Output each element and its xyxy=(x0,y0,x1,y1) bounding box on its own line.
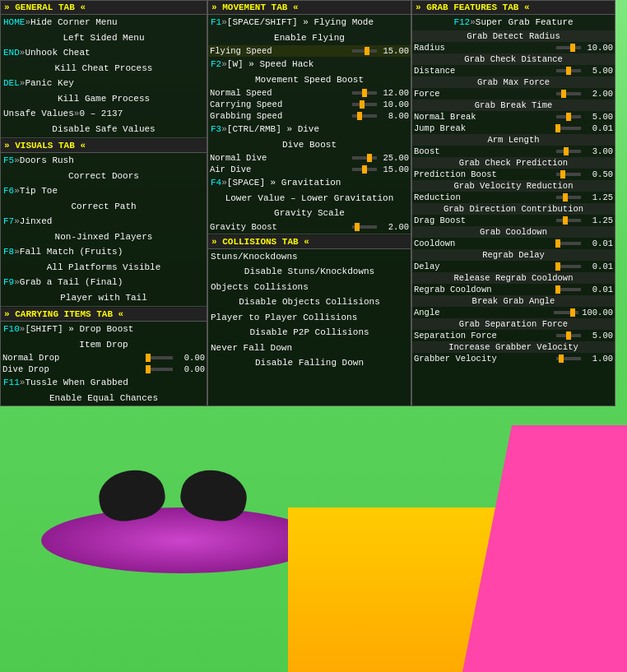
dive-drop-row[interactable]: Dive Drop 0.00 xyxy=(1,364,207,375)
gravity-boost-row[interactable]: Gravity Boost 2.00 xyxy=(208,221,411,233)
f6-row[interactable]: F6 » Tip Toe xyxy=(1,183,207,199)
gravity-boost-slider[interactable] xyxy=(352,225,377,229)
equal-chances-row[interactable]: Enable Equal Chances xyxy=(1,391,207,406)
prediction-boost-value: 0.50 xyxy=(584,169,613,179)
disable-falling-row[interactable]: Disable Falling Down xyxy=(208,355,411,371)
distance-row[interactable]: Distance 5.00 xyxy=(412,65,615,76)
item-drop-row[interactable]: Item Drop xyxy=(1,337,207,353)
regrab-cooldown-slider[interactable] xyxy=(556,288,581,291)
carrying-speed-slider[interactable] xyxy=(352,103,377,106)
disable-safe-row[interactable]: Disable Safe Values xyxy=(1,122,207,137)
air-dive-slider[interactable] xyxy=(352,168,377,171)
cooldown-value: 0.01 xyxy=(584,239,613,248)
dive-boost-row[interactable]: Dive Boost xyxy=(208,137,411,153)
f5-row[interactable]: F5 » Doors Rush xyxy=(1,153,207,169)
speed-boost-label: Movement Speed Boost xyxy=(255,73,364,87)
movement-header: » MOVEMENT TAB « xyxy=(208,1,411,15)
f11-row[interactable]: F11 » Tussle When Grabbed xyxy=(1,375,207,391)
grabbing-speed-row[interactable]: Grabbing Speed 8.00 xyxy=(208,110,411,122)
drag-boost-row[interactable]: Drag Boost 1.25 xyxy=(412,215,615,226)
enable-flying-row[interactable]: Enable Flying xyxy=(208,30,411,46)
angle-slider[interactable] xyxy=(554,311,578,314)
grabbing-speed-slider[interactable] xyxy=(352,114,377,118)
force-row[interactable]: Force 2.00 xyxy=(412,88,615,100)
normal-break-row[interactable]: Normal Break 5.00 xyxy=(412,111,615,123)
normal-break-slider[interactable] xyxy=(556,115,581,118)
boost-slider[interactable] xyxy=(556,150,581,153)
non-jinxed-row[interactable]: Non-Jinxed Players xyxy=(1,229,207,245)
boost-row[interactable]: Boost 3.00 xyxy=(412,146,615,157)
kill-game-label: Kill Game Process xyxy=(58,92,150,106)
correct-path-row[interactable]: Correct Path xyxy=(1,199,207,215)
normal-dive-label: Normal Dive xyxy=(210,153,349,163)
prediction-boost-row[interactable]: Prediction Boost 0.50 xyxy=(412,169,615,180)
jump-break-slider[interactable] xyxy=(556,127,581,130)
cooldown-slider[interactable] xyxy=(556,242,581,245)
separation-force-row[interactable]: Separation Force 5.00 xyxy=(412,330,615,341)
separation-force-slider[interactable] xyxy=(556,334,581,337)
f2-key: F2 xyxy=(211,58,221,72)
flying-speed-slider[interactable] xyxy=(352,49,377,53)
drag-boost-slider[interactable] xyxy=(556,219,581,222)
reduction-slider[interactable] xyxy=(556,196,581,199)
jump-break-row[interactable]: Jump Break 0.01 xyxy=(412,123,615,134)
normal-drop-row[interactable]: Normal Drop 0.00 xyxy=(1,352,207,364)
grab-max-force-section: Grab Max Force xyxy=(412,76,615,88)
end-row[interactable]: END » Unhook Cheat xyxy=(1,45,207,61)
normal-dive-slider[interactable] xyxy=(352,156,377,160)
prediction-boost-slider[interactable] xyxy=(556,173,581,176)
carrying-speed-row[interactable]: Carrying Speed 10.00 xyxy=(208,99,411,110)
grabber-velocity-row[interactable]: Grabber Velocity 1.00 xyxy=(412,353,615,364)
f10-row[interactable]: F10 » [SHIFT] » Drop Boost xyxy=(1,322,207,337)
hide-corner-menu-label: Hide Corner Menu xyxy=(30,16,118,30)
unsafe-values-range: 0 – 2137 xyxy=(79,107,123,121)
normal-speed-row[interactable]: Normal Speed 12.00 xyxy=(208,87,411,99)
distance-slider[interactable] xyxy=(556,69,581,72)
home-row[interactable]: HOME » Hide Corner Menu xyxy=(1,15,207,30)
f9-row[interactable]: F9 » Grab a Tail (Final) xyxy=(1,275,207,290)
disable-p2p-row[interactable]: Disable P2P Collisions xyxy=(208,325,411,341)
correct-doors-row[interactable]: Correct Doors xyxy=(1,169,207,184)
normal-speed-label: Normal Speed xyxy=(210,88,349,98)
disable-stuns-label: Disable Stuns/Knockdowns xyxy=(244,265,374,279)
normal-drop-slider[interactable] xyxy=(148,356,173,359)
regrab-cooldown-row[interactable]: Regrab Cooldown 0.01 xyxy=(412,284,615,295)
flying-speed-row[interactable]: Flying Speed 15.00 xyxy=(208,45,411,57)
gravity-scale-row[interactable]: Gravity Scale xyxy=(208,206,411,221)
kill-game-row[interactable]: Kill Game Process xyxy=(1,91,207,107)
speed-boost-row[interactable]: Movement Speed Boost xyxy=(208,72,411,88)
disable-objects-row[interactable]: Disable Objects Collisions xyxy=(208,294,411,310)
normal-speed-slider[interactable] xyxy=(352,91,377,95)
equal-chances-label: Enable Equal Chances xyxy=(49,392,158,406)
normal-dive-row[interactable]: Normal Dive 25.00 xyxy=(208,152,411,164)
unsafe-values-row[interactable]: Unsafe Values » 0 – 2137 xyxy=(1,106,207,122)
angle-row[interactable]: Angle 100.00 xyxy=(412,307,615,318)
f4-row[interactable]: F4 » [SPACE] » Gravitation xyxy=(208,175,411,191)
air-dive-label: Air Dive xyxy=(210,165,349,174)
radius-row[interactable]: Radius 10.00 xyxy=(412,42,615,53)
collisions-header: » COLLISIONS TAB « xyxy=(208,235,411,249)
delay-row[interactable]: Delay 0.01 xyxy=(412,261,615,272)
f2-row[interactable]: F2 » [W] » Speed Hack xyxy=(208,57,411,72)
cooldown-row[interactable]: Cooldown 0.01 xyxy=(412,238,615,249)
reduction-row[interactable]: Reduction 1.25 xyxy=(412,192,615,203)
f8-row[interactable]: F8 » Fall Match (Fruits) xyxy=(1,244,207,260)
left-sided-menu-row[interactable]: Left Sided Menu xyxy=(1,30,207,46)
all-platforms-row[interactable]: All Platforms Visible xyxy=(1,260,207,276)
f1-row[interactable]: F1 » [SPACE/SHIFT] » Flying Mode xyxy=(208,15,411,30)
f12-row[interactable]: F12 » Super Grab Feature xyxy=(412,15,615,30)
kill-cheat-row[interactable]: Kill Cheat Process xyxy=(1,61,207,76)
force-slider[interactable] xyxy=(556,92,581,95)
delay-slider[interactable] xyxy=(556,265,581,268)
player-tail-row[interactable]: Player with Tail xyxy=(1,290,207,306)
gravity-boost-value: 2.00 xyxy=(380,222,409,232)
air-dive-row[interactable]: Air Dive 15.00 xyxy=(208,164,411,175)
f7-row[interactable]: F7 » Jinxed xyxy=(1,214,207,229)
grabber-velocity-slider[interactable] xyxy=(556,357,581,360)
dive-drop-slider[interactable] xyxy=(148,368,173,371)
f3-row[interactable]: F3 » [CTRL/RMB] » Dive xyxy=(208,122,411,137)
radius-slider[interactable] xyxy=(556,46,581,49)
disable-stuns-row[interactable]: Disable Stuns/Knockdowns xyxy=(208,264,411,280)
normal-drop-label: Normal Drop xyxy=(2,353,145,363)
del-row[interactable]: DEL » Panic Key xyxy=(1,76,207,91)
